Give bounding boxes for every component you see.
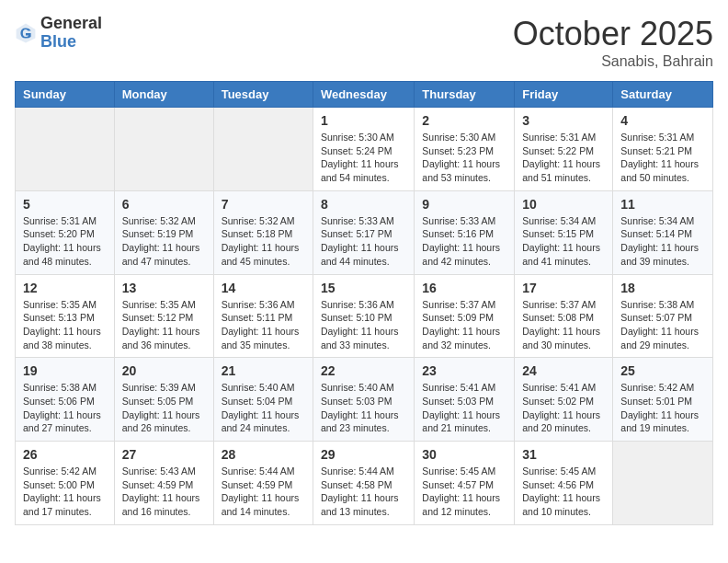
calendar-cell: 21Sunrise: 5:40 AMSunset: 5:04 PMDayligh… [213, 358, 313, 442]
daylight-text: Daylight: 11 hours and 53 minutes. [422, 158, 500, 183]
day-info: Sunrise: 5:30 AMSunset: 5:23 PMDaylight:… [422, 131, 506, 185]
logo-general-text: General [40, 15, 102, 33]
sunrise-text: Sunrise: 5:45 AM [522, 465, 596, 477]
sunrise-text: Sunrise: 5:42 AM [620, 382, 694, 393]
calendar-cell: 22Sunrise: 5:40 AMSunset: 5:03 PMDayligh… [313, 358, 414, 442]
weekday-header-friday: Friday [515, 82, 613, 108]
sunset-text: Sunset: 5:10 PM [321, 312, 392, 323]
calendar-cell: 1Sunrise: 5:30 AMSunset: 5:24 PMDaylight… [313, 108, 414, 191]
sunrise-text: Sunrise: 5:43 AM [122, 465, 196, 477]
sunrise-text: Sunrise: 5:36 AM [321, 299, 394, 310]
calendar-cell: 25Sunrise: 5:42 AMSunset: 5:01 PMDayligh… [613, 358, 713, 442]
sunset-text: Sunset: 5:02 PM [522, 396, 594, 407]
calendar-week-2: 5Sunrise: 5:31 AMSunset: 5:20 PMDaylight… [16, 190, 713, 274]
calendar-week-5: 26Sunrise: 5:42 AMSunset: 5:00 PMDayligh… [16, 442, 713, 525]
calendar-cell: 12Sunrise: 5:35 AMSunset: 5:13 PMDayligh… [16, 274, 115, 358]
calendar-week-1: 1Sunrise: 5:30 AMSunset: 5:24 PMDaylight… [16, 108, 713, 191]
day-info: Sunrise: 5:41 AMSunset: 5:02 PMDaylight:… [522, 381, 605, 435]
day-number: 6 [122, 197, 206, 212]
day-number: 7 [222, 197, 305, 212]
daylight-text: Daylight: 11 hours and 30 minutes. [522, 326, 600, 350]
sunrise-text: Sunrise: 5:45 AM [422, 465, 495, 477]
sunset-text: Sunset: 5:07 PM [620, 312, 692, 323]
calendar-cell [213, 108, 313, 191]
day-info: Sunrise: 5:32 AMSunset: 5:19 PMDaylight:… [122, 214, 206, 269]
sunrise-text: Sunrise: 5:38 AM [23, 382, 97, 393]
calendar-cell: 17Sunrise: 5:37 AMSunset: 5:08 PMDayligh… [515, 274, 613, 358]
day-number: 31 [522, 447, 605, 462]
sunset-text: Sunset: 5:03 PM [321, 396, 392, 407]
calendar-cell: 19Sunrise: 5:38 AMSunset: 5:06 PMDayligh… [16, 358, 115, 442]
logo-icon [15, 22, 37, 44]
daylight-text: Daylight: 11 hours and 41 minutes. [522, 242, 600, 267]
sunrise-text: Sunrise: 5:37 AM [422, 299, 495, 310]
weekday-header-saturday: Saturday [613, 82, 713, 108]
day-info: Sunrise: 5:42 AMSunset: 5:01 PMDaylight:… [620, 381, 705, 435]
sunset-text: Sunset: 5:00 PM [23, 479, 95, 490]
sunset-text: Sunset: 5:06 PM [23, 396, 95, 407]
calendar-cell: 13Sunrise: 5:35 AMSunset: 5:12 PMDayligh… [114, 274, 213, 358]
calendar-cell: 3Sunrise: 5:31 AMSunset: 5:22 PMDaylight… [515, 108, 613, 191]
weekday-header-monday: Monday [114, 82, 213, 108]
day-info: Sunrise: 5:34 AMSunset: 5:15 PMDaylight:… [522, 214, 605, 269]
daylight-text: Daylight: 11 hours and 23 minutes. [321, 409, 399, 434]
daylight-text: Daylight: 11 hours and 54 minutes. [321, 158, 399, 183]
daylight-text: Daylight: 11 hours and 26 minutes. [122, 409, 200, 434]
daylight-text: Daylight: 11 hours and 20 minutes. [522, 409, 600, 434]
sunrise-text: Sunrise: 5:37 AM [522, 299, 596, 310]
daylight-text: Daylight: 11 hours and 19 minutes. [620, 409, 699, 434]
day-info: Sunrise: 5:40 AMSunset: 5:03 PMDaylight:… [321, 381, 406, 435]
sunset-text: Sunset: 4:58 PM [321, 479, 392, 490]
day-info: Sunrise: 5:41 AMSunset: 5:03 PMDaylight:… [422, 381, 506, 435]
sunrise-text: Sunrise: 5:38 AM [620, 299, 694, 310]
sunrise-text: Sunrise: 5:34 AM [620, 215, 694, 226]
day-info: Sunrise: 5:36 AMSunset: 5:11 PMDaylight:… [222, 298, 305, 352]
calendar-cell: 29Sunrise: 5:44 AMSunset: 4:58 PMDayligh… [313, 442, 414, 525]
daylight-text: Daylight: 11 hours and 48 minutes. [23, 242, 101, 267]
day-number: 11 [620, 197, 705, 212]
sunset-text: Sunset: 4:59 PM [222, 479, 293, 490]
sunrise-text: Sunrise: 5:41 AM [522, 382, 596, 393]
calendar-cell: 10Sunrise: 5:34 AMSunset: 5:15 PMDayligh… [515, 190, 613, 274]
sunrise-text: Sunrise: 5:30 AM [422, 132, 495, 143]
weekday-header-thursday: Thursday [415, 82, 515, 108]
calendar-cell: 31Sunrise: 5:45 AMSunset: 4:56 PMDayligh… [515, 442, 613, 525]
daylight-text: Daylight: 11 hours and 42 minutes. [422, 242, 500, 267]
sunrise-text: Sunrise: 5:35 AM [122, 299, 196, 310]
sunset-text: Sunset: 5:11 PM [222, 312, 293, 323]
daylight-text: Daylight: 11 hours and 27 minutes. [23, 409, 101, 434]
daylight-text: Daylight: 11 hours and 17 minutes. [23, 492, 101, 517]
calendar-cell: 28Sunrise: 5:44 AMSunset: 4:59 PMDayligh… [213, 442, 313, 525]
calendar-cell: 18Sunrise: 5:38 AMSunset: 5:07 PMDayligh… [613, 274, 713, 358]
daylight-text: Daylight: 11 hours and 12 minutes. [422, 492, 500, 517]
calendar-cell: 5Sunrise: 5:31 AMSunset: 5:20 PMDaylight… [16, 190, 115, 274]
sunset-text: Sunset: 4:59 PM [122, 479, 194, 490]
logo: General Blue [15, 15, 102, 52]
daylight-text: Daylight: 11 hours and 29 minutes. [620, 326, 699, 350]
day-info: Sunrise: 5:36 AMSunset: 5:10 PMDaylight:… [321, 298, 406, 352]
sunset-text: Sunset: 5:20 PM [23, 228, 95, 239]
day-number: 13 [122, 281, 206, 295]
weekday-header-row: SundayMondayTuesdayWednesdayThursdayFrid… [16, 82, 713, 108]
sunrise-text: Sunrise: 5:31 AM [522, 132, 596, 143]
sunrise-text: Sunrise: 5:34 AM [522, 215, 596, 226]
daylight-text: Daylight: 11 hours and 24 minutes. [222, 409, 300, 434]
day-info: Sunrise: 5:37 AMSunset: 5:09 PMDaylight:… [422, 298, 506, 352]
sunset-text: Sunset: 5:03 PM [422, 396, 494, 407]
daylight-text: Daylight: 11 hours and 47 minutes. [122, 242, 200, 267]
day-info: Sunrise: 5:37 AMSunset: 5:08 PMDaylight:… [522, 298, 605, 352]
day-number: 24 [522, 363, 605, 378]
day-number: 26 [23, 447, 107, 462]
weekday-header-tuesday: Tuesday [213, 82, 313, 108]
day-info: Sunrise: 5:40 AMSunset: 5:04 PMDaylight:… [222, 381, 305, 435]
calendar-week-4: 19Sunrise: 5:38 AMSunset: 5:06 PMDayligh… [16, 358, 713, 442]
sunset-text: Sunset: 5:21 PM [620, 145, 692, 156]
title-block: October 2025 Sanabis, Bahrain [513, 15, 713, 70]
sunset-text: Sunset: 4:57 PM [422, 479, 494, 490]
day-number: 12 [23, 281, 107, 295]
daylight-text: Daylight: 11 hours and 10 minutes. [522, 492, 600, 517]
day-number: 10 [522, 197, 605, 212]
sunrise-text: Sunrise: 5:44 AM [321, 465, 394, 477]
sunrise-text: Sunrise: 5:31 AM [620, 132, 694, 143]
day-number: 16 [422, 281, 506, 295]
